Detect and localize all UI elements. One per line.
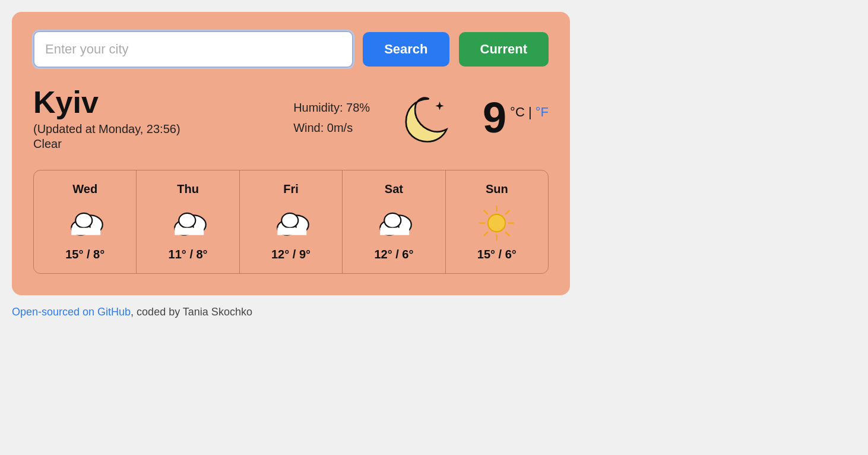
forecast-box: Wed 15° / 8° Thu 11° / 8° Fri 12° / 9° [33,170,549,274]
updated-time: (Updated at Monday, 23:56) [33,122,270,136]
day-name: Fri [283,182,299,196]
day-name: Sat [385,182,403,196]
humidity-text: Humidity: 78% [293,97,370,118]
svg-point-14 [385,213,401,228]
svg-point-24 [488,214,505,232]
github-link[interactable]: Open-sourced on GitHub [12,306,131,318]
footer-suffix: , coded by Tania Skochko [131,306,252,318]
weather-icon-moon [394,85,459,150]
wind-text: Wind: 0m/s [293,118,370,138]
day-temps: 12° / 6° [374,248,413,261]
svg-line-21 [506,232,509,236]
search-button[interactable]: Search [363,32,449,67]
weather-condition: Clear [33,137,270,151]
weather-details: Humidity: 78% Wind: 0m/s [293,97,370,138]
day-name: Wed [72,182,97,196]
search-row: Search Current [33,31,549,68]
svg-line-22 [506,210,509,214]
temperature-display: 9 °C | °F [483,96,549,139]
city-input[interactable] [33,31,353,68]
forecast-icon-cloudy [64,207,106,239]
forecast-day-sat: Sat 12° / 6° [343,170,445,273]
day-name: Sun [486,182,508,196]
city-name: Kyiv [33,84,270,120]
day-name: Thu [177,182,199,196]
forecast-icon-sunny [476,207,518,239]
svg-line-20 [484,210,488,214]
current-button[interactable]: Current [459,32,549,67]
forecast-icon-cloudy [270,207,312,239]
day-temps: 11° / 8° [169,248,208,261]
temperature-value: 9 [483,96,506,139]
svg-rect-3 [71,228,100,235]
temperature-units: °C | °F [510,105,549,120]
svg-point-6 [179,213,195,228]
svg-point-2 [75,213,92,228]
svg-line-23 [484,232,488,236]
forecast-day-sun: Sun 15° / 6° [446,170,548,273]
current-weather: Kyiv (Updated at Monday, 23:56) Clear Hu… [33,84,549,151]
forecast-day-wed: Wed 15° / 8° [34,170,137,273]
day-temps: 15° / 6° [477,248,517,261]
svg-rect-15 [381,228,410,235]
celsius-unit[interactable]: °C [510,105,525,119]
weather-app: Search Current Kyiv (Updated at Monday, … [12,12,570,295]
svg-point-10 [281,213,298,228]
unit-separator: | [525,105,536,119]
forecast-icon-cloudy [373,207,414,239]
forecast-icon-cloudy [167,207,209,239]
city-info: Kyiv (Updated at Monday, 23:56) Clear [33,84,270,151]
svg-rect-7 [175,228,204,235]
svg-rect-11 [277,228,306,235]
fahrenheit-unit[interactable]: °F [536,105,549,119]
day-temps: 12° / 9° [271,248,311,261]
footer: Open-sourced on GitHub, coded by Tania S… [12,306,252,318]
forecast-day-thu: Thu 11° / 8° [137,170,239,273]
day-temps: 15° / 8° [65,248,104,261]
forecast-day-fri: Fri 12° / 9° [240,170,343,273]
